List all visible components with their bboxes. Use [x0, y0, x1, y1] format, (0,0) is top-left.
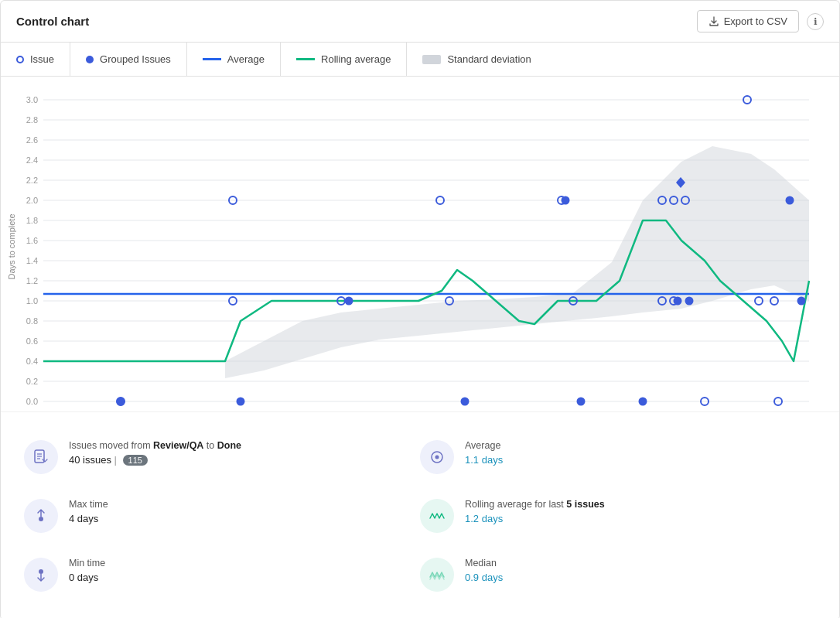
grouped-data-point[interactable] — [674, 297, 682, 306]
legend-grouped-issues: Grouped Issues — [70, 43, 187, 76]
issues-moved-sub: 40 issues | 115 — [69, 454, 241, 466]
svg-text:1.8: 1.8 — [26, 216, 38, 225]
svg-text:1.2: 1.2 — [26, 276, 38, 285]
grouped-data-point[interactable] — [562, 196, 570, 205]
grouped-data-point[interactable] — [577, 398, 586, 406]
max-time-label: Max time — [69, 499, 108, 510]
svg-text:0.0: 0.0 — [26, 397, 38, 406]
average-icon — [203, 58, 221, 60]
svg-text:Feb 14: Feb 14 — [212, 408, 238, 409]
median-value: 0.9 days — [465, 572, 503, 583]
grouped-data-point[interactable] — [237, 398, 245, 406]
grouped-issues-icon — [86, 56, 94, 63]
grouped-data-point[interactable] — [461, 398, 470, 406]
std-dev-icon — [422, 55, 441, 64]
svg-point-52 — [435, 456, 439, 459]
min-time-icon — [24, 558, 58, 592]
average-circle-icon — [429, 449, 446, 466]
svg-text:Mar 21: Mar 21 — [780, 408, 807, 409]
svg-text:2.0: 2.0 — [26, 196, 38, 205]
arrow-down-icon — [32, 566, 50, 583]
svg-text:Days to complete: Days to complete — [7, 214, 16, 280]
svg-text:Feb 07: Feb 07 — [104, 408, 130, 409]
document-icon — [32, 449, 50, 466]
svg-text:0.6: 0.6 — [26, 336, 38, 346]
svg-text:Feb 28: Feb 28 — [444, 408, 470, 409]
stat-median: Median 0.9 days — [420, 545, 816, 604]
svg-text:1.6: 1.6 — [26, 236, 38, 245]
stat-min-time: Min time 0 days — [24, 545, 420, 604]
svg-point-47 — [39, 517, 43, 521]
rolling-avg-value: 1.2 days — [465, 513, 605, 524]
rolling-average-icon — [296, 58, 315, 60]
stats-left: Issues moved from Review/QA to Done 40 i… — [24, 428, 420, 604]
svg-text:Mar 07: Mar 07 — [560, 408, 586, 409]
chart-legend: Issue Grouped Issues Average Rolling ave… — [1, 43, 839, 77]
issues-moved-label: Issues moved from Review/QA to Done — [69, 440, 241, 451]
control-chart-container: Control chart Export to CSV ℹ Issue Grou… — [0, 0, 840, 618]
median-icon — [420, 558, 454, 592]
rolling-avg-content: Rolling average for last 5 issues 1.2 da… — [465, 499, 605, 524]
grouped-data-point[interactable] — [786, 196, 794, 205]
grouped-data-point[interactable] — [345, 297, 353, 306]
legend-std-dev: Standard deviation — [407, 43, 546, 76]
legend-average: Average — [187, 43, 281, 76]
grouped-data-point[interactable] — [639, 398, 647, 406]
max-time-value: 4 days — [69, 513, 108, 524]
svg-text:0.4: 0.4 — [26, 357, 38, 366]
rolling-avg-label: Rolling average for last 5 issues — [465, 499, 605, 510]
svg-text:2.2: 2.2 — [26, 176, 38, 185]
control-chart-svg: Days to complete 3.0 2.8 2.6 2.4 — [1, 84, 840, 409]
header: Control chart Export to CSV ℹ — [1, 1, 839, 43]
average-stat-value: 1.1 days — [465, 454, 503, 466]
info-icon-button[interactable]: ℹ — [807, 13, 824, 30]
chart-title: Control chart — [16, 15, 89, 28]
issues-badge: 115 — [123, 455, 148, 466]
arrow-up-icon — [32, 507, 50, 524]
legend-std-dev-label: Standard deviation — [447, 53, 531, 65]
average-stat-label: Average — [465, 440, 503, 451]
legend-average-label: Average — [227, 53, 265, 65]
legend-issue-label: Issue — [30, 53, 54, 65]
issues-moved-icon — [24, 440, 58, 474]
max-time-content: Max time 4 days — [69, 499, 108, 524]
svg-text:3.0: 3.0 — [26, 95, 38, 104]
export-icon — [709, 16, 719, 27]
header-actions: Export to CSV ℹ — [697, 10, 824, 32]
rolling-avg-icon — [420, 499, 454, 533]
max-time-icon — [24, 499, 58, 533]
average-stat-icon — [420, 440, 454, 474]
stats-section: Issues moved from Review/QA to Done 40 i… — [1, 411, 839, 618]
issues-moved-content: Issues moved from Review/QA to Done 40 i… — [69, 440, 241, 466]
stat-max-time: Max time 4 days — [24, 487, 420, 545]
svg-text:0.2: 0.2 — [26, 377, 38, 386]
grouped-data-point[interactable] — [685, 297, 694, 306]
stat-rolling-avg: Rolling average for last 5 issues 1.2 da… — [420, 487, 816, 545]
grouped-data-point[interactable] — [117, 398, 125, 406]
legend-rolling-average: Rolling average — [281, 43, 407, 76]
median-wave-icon — [429, 566, 446, 583]
min-time-value: 0 days — [69, 572, 105, 583]
svg-text:1.4: 1.4 — [26, 256, 38, 265]
min-time-label: Min time — [69, 558, 105, 568]
legend-rolling-average-label: Rolling average — [321, 53, 391, 65]
svg-text:Feb 21: Feb 21 — [328, 408, 354, 409]
median-label: Median — [465, 558, 503, 568]
stat-issues-moved: Issues moved from Review/QA to Done 40 i… — [24, 428, 420, 487]
chart-svg-wrapper: Days to complete 3.0 2.8 2.6 2.4 — [1, 84, 839, 411]
grouped-data-point[interactable] — [797, 297, 806, 306]
svg-text:2.8: 2.8 — [26, 115, 38, 125]
wave-icon — [429, 507, 446, 524]
svg-text:2.4: 2.4 — [26, 155, 38, 165]
stat-average: Average 1.1 days — [420, 428, 816, 487]
svg-point-49 — [39, 569, 43, 574]
median-content: Median 0.9 days — [465, 558, 503, 583]
chart-area: Days to complete 3.0 2.8 2.6 2.4 — [1, 77, 839, 411]
legend-issue: Issue — [1, 43, 70, 76]
stats-right: Average 1.1 days Rolling average for las… — [420, 428, 816, 604]
legend-grouped-issues-label: Grouped Issues — [100, 53, 171, 65]
export-csv-button[interactable]: Export to CSV — [697, 10, 799, 32]
svg-text:2.6: 2.6 — [26, 135, 38, 145]
svg-text:0.8: 0.8 — [26, 316, 38, 326]
svg-text:1.0: 1.0 — [26, 296, 38, 306]
